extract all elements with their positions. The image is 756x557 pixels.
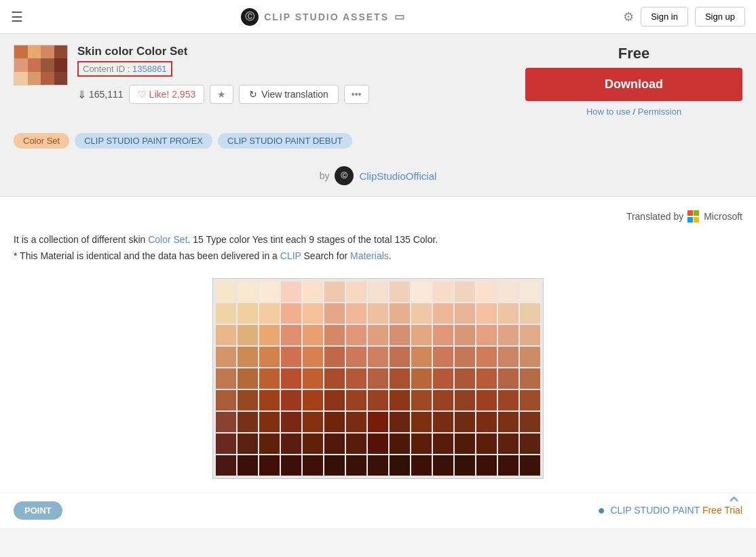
palette-cell xyxy=(455,347,475,367)
palette-cell xyxy=(346,303,366,324)
download-count: ⇓ 165,111 xyxy=(77,88,124,101)
palette-cell xyxy=(259,434,280,454)
sign-in-button[interactable]: Sign in xyxy=(641,7,688,26)
palette-cell xyxy=(455,455,475,476)
palette-cell xyxy=(303,368,323,389)
palette-cell xyxy=(520,368,540,389)
palette-cell xyxy=(433,325,453,345)
palette-cell xyxy=(324,368,345,389)
main-content: Translated by Microsoft It is a collecti… xyxy=(0,197,756,493)
palette-cell xyxy=(433,412,453,432)
palette-cell xyxy=(498,347,518,367)
download-arrow-icon: ⇓ xyxy=(77,88,86,101)
palette-cell xyxy=(346,412,366,432)
palette-cell xyxy=(390,282,410,302)
palette-cell xyxy=(368,282,388,302)
palette-cell xyxy=(303,455,323,476)
palette-cell xyxy=(238,303,258,324)
bookmark-button[interactable]: ★ xyxy=(210,85,233,104)
scroll-to-top-button[interactable]: ⌃ xyxy=(725,493,742,516)
palette-cell xyxy=(390,325,410,345)
tag-color-set[interactable]: Color Set xyxy=(14,133,69,149)
heart-icon: ♡ xyxy=(138,89,147,100)
microsoft-logo-icon xyxy=(687,210,700,223)
palette-cell xyxy=(368,455,388,476)
palette-cell xyxy=(433,282,453,302)
palette-cell xyxy=(238,368,258,389)
header: ☰ Ⓒ CLIP STUDIO ASSETS ▭ ⚙ Sign in Sign … xyxy=(0,0,756,34)
product-title: Skin color Color Set xyxy=(77,45,369,58)
more-options-button[interactable]: ••• xyxy=(344,85,369,104)
palette-cell xyxy=(368,368,388,389)
palette-cell xyxy=(390,368,410,389)
download-count-value: 165,111 xyxy=(89,89,124,100)
product-info: Skin color Color Set Content ID : 135886… xyxy=(77,45,369,104)
palette-cell xyxy=(411,455,432,476)
palette-cell xyxy=(216,434,236,454)
palette-cell xyxy=(281,347,301,367)
palette-cell xyxy=(498,390,518,410)
palette-cell xyxy=(520,434,540,454)
tag-pro-ex[interactable]: CLIP STUDIO PAINT PRO/EX xyxy=(75,133,212,149)
header-center: Ⓒ CLIP STUDIO ASSETS ▭ xyxy=(241,8,405,26)
palette-cell xyxy=(498,368,518,389)
palette-cell xyxy=(433,455,453,476)
palette-cell xyxy=(303,390,323,410)
sign-up-button[interactable]: Sign up xyxy=(695,7,745,26)
tag-debut[interactable]: CLIP STUDIO PAINT DEBUT xyxy=(218,133,352,149)
palette-cell xyxy=(520,303,540,324)
palette-cell xyxy=(368,325,388,345)
translated-by-row: Translated by Microsoft xyxy=(14,210,742,223)
palette-cell xyxy=(303,325,323,345)
site-name-label: CLIP STUDIO ASSETS xyxy=(264,12,389,22)
settings-icon[interactable]: ⚙ xyxy=(623,9,634,24)
ellipsis-icon: ••• xyxy=(352,89,362,100)
palette-cell xyxy=(281,455,301,476)
palette-cell xyxy=(324,412,345,432)
palette-cell xyxy=(238,434,258,454)
download-button[interactable]: Download xyxy=(525,68,742,101)
product-actions: ⇓ 165,111 ♡ Like! 2,953 ★ ↻ View transla… xyxy=(77,85,369,104)
bookmark-icon: ▭ xyxy=(394,10,405,23)
palette-cell xyxy=(281,282,301,302)
palette-cell xyxy=(346,390,366,410)
by-label: by xyxy=(320,170,330,181)
how-to-use-link[interactable]: How to use xyxy=(586,107,630,117)
palette-cell xyxy=(411,347,432,367)
view-translation-button[interactable]: ↻ View translation xyxy=(239,85,339,104)
permission-link[interactable]: Permission xyxy=(638,107,681,117)
point-badge: POINT xyxy=(14,501,62,520)
palette-cell xyxy=(520,412,540,432)
palette-cell xyxy=(411,412,432,432)
bottom-bar: POINT ● CLIP STUDIO PAINT Free Trial xyxy=(0,493,756,528)
hamburger-menu-icon[interactable]: ☰ xyxy=(11,9,23,25)
palette-cell xyxy=(433,347,453,367)
content-id-label: Content ID : xyxy=(83,64,132,74)
palette-cell xyxy=(411,303,432,324)
header-right: ⚙ Sign in Sign up xyxy=(623,7,745,26)
palette-cell xyxy=(259,282,280,302)
like-button[interactable]: ♡ Like! 2,953 xyxy=(129,85,205,104)
palette-cell xyxy=(346,368,366,389)
palette-cell xyxy=(259,455,280,476)
palette-cell xyxy=(216,368,236,389)
palette-cell xyxy=(476,390,497,410)
palette-cell xyxy=(281,412,301,432)
palette-cell xyxy=(455,325,475,345)
palette-cell xyxy=(324,455,345,476)
palette-cell xyxy=(498,282,518,302)
palette-cell xyxy=(238,325,258,345)
author-name[interactable]: ClipStudioOfficial xyxy=(359,170,436,182)
palette-cell xyxy=(455,390,475,410)
palette-cell xyxy=(324,282,345,302)
palette-cell xyxy=(433,390,453,410)
palette-cell xyxy=(390,412,410,432)
palette-cell xyxy=(238,390,258,410)
palette-cell xyxy=(281,303,301,324)
microsoft-label: Microsoft xyxy=(704,211,742,222)
palette-cell xyxy=(281,368,301,389)
palette-cell xyxy=(303,303,323,324)
palette-cell xyxy=(476,455,497,476)
product-left: Skin color Color Set Content ID : 135886… xyxy=(14,45,369,104)
palette-cell xyxy=(455,434,475,454)
